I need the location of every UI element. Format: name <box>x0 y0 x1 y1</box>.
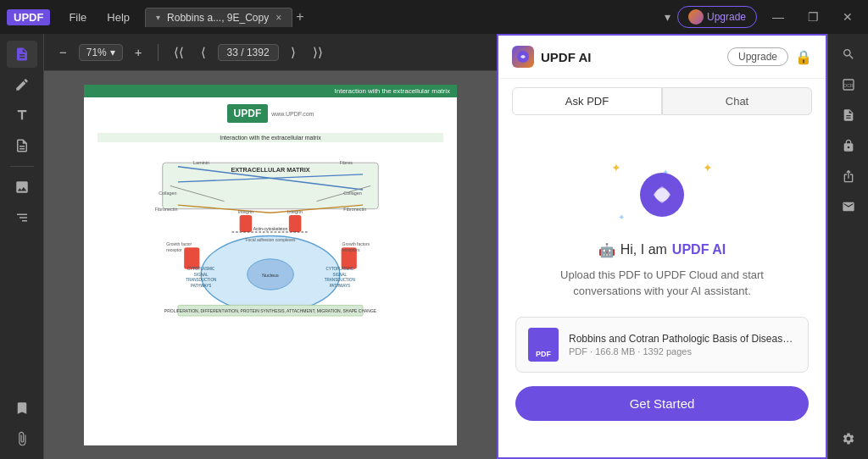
sidebar-icon-document[interactable] <box>7 41 37 68</box>
sidebar-divider-1 <box>10 166 34 167</box>
ai-tabs: Ask PDF Chat <box>498 79 826 124</box>
right-sidebar-lock[interactable] <box>833 132 864 159</box>
ai-header-left: UPDF AI <box>512 46 591 68</box>
nav-next-button[interactable]: ⟩ <box>286 42 301 63</box>
svg-text:Fibronectin: Fibronectin <box>343 207 366 212</box>
avatar <box>688 9 704 25</box>
ai-header-right: Upgrade 🔒 <box>727 47 812 66</box>
svg-text:CYTOPLASMIC: CYTOPLASMIC <box>326 267 354 271</box>
title-right: ▾ Upgrade — ❐ ✕ <box>665 6 861 28</box>
pdf-chapter-label: Interaction with the extracellular matri… <box>335 87 451 95</box>
sidebar-icon-bookmark[interactable] <box>7 395 37 422</box>
tab-chat[interactable]: Chat <box>662 87 812 115</box>
get-started-button[interactable]: Get Started <box>515 386 809 421</box>
pdf-logo-area: UPDF www.UPDF.com <box>217 97 325 130</box>
tab-close-btn[interactable]: × <box>275 12 281 24</box>
nav-first-button[interactable]: ⟨⟨ <box>169 42 189 63</box>
tab-title: Robbins a..., 9E_Copy <box>167 12 269 24</box>
tab-dropdown-icon[interactable]: ▾ <box>156 13 160 22</box>
svg-rect-21 <box>184 247 199 268</box>
sidebar-icon-edit[interactable] <box>7 71 37 98</box>
pdf-header-bar: Interaction with the extracellular matri… <box>84 85 457 97</box>
svg-text:receptor: receptor <box>166 247 182 252</box>
zoom-value: 71% <box>86 47 107 58</box>
svg-text:TRANSDUCTION: TRANSDUCTION <box>186 278 216 282</box>
svg-text:CYTOPLASMIC: CYTOPLASMIC <box>187 267 215 271</box>
ai-panel: UPDF AI Upgrade 🔒 Ask PDF Chat ✦ ✦ ✦ ✦ <box>497 34 827 459</box>
right-sidebar-mail[interactable] <box>833 193 864 220</box>
pdf-logo: UPDF <box>227 104 269 123</box>
close-button[interactable]: ✕ <box>834 7 861 27</box>
svg-rect-17 <box>240 215 253 232</box>
right-sidebar-document[interactable] <box>833 102 864 129</box>
file-meta: PDF · 166.8 MB · 1392 pages <box>569 346 796 357</box>
minimize-button[interactable]: — <box>764 7 793 27</box>
diagram-title: Interaction with the extracellular matri… <box>97 133 443 142</box>
right-sidebar-search[interactable] <box>833 41 864 68</box>
right-sidebar-ocr[interactable]: OCR <box>833 71 864 98</box>
svg-text:Fibronectin: Fibronectin <box>155 207 178 212</box>
left-sidebar <box>0 34 44 459</box>
page-display[interactable]: 33 / 1392 <box>218 44 279 61</box>
greeting-icon: 🤖 <box>598 242 615 258</box>
sidebar-icon-image[interactable] <box>7 174 37 201</box>
right-sidebar-share[interactable] <box>833 163 864 190</box>
new-tab-button[interactable]: + <box>296 9 303 25</box>
tab-ask-pdf[interactable]: Ask PDF <box>512 87 662 115</box>
zoom-in-button[interactable]: + <box>130 42 147 62</box>
svg-text:TRANSDUCTION: TRANSDUCTION <box>325 278 355 282</box>
ai-logo-big <box>638 171 686 218</box>
svg-text:PATHWAYS: PATHWAYS <box>191 284 211 288</box>
app-logo: UPDF <box>7 9 50 25</box>
svg-text:Collagen: Collagen <box>159 191 176 196</box>
maximize-button[interactable]: ❐ <box>799 7 827 27</box>
sidebar-icon-organize[interactable] <box>7 204 37 231</box>
pdf-logo-url: www.UPDF.com <box>271 111 314 117</box>
svg-rect-18 <box>289 215 302 232</box>
pdf-image: Interaction with the extracellular matri… <box>84 85 457 445</box>
ai-body: ✦ ✦ ✦ ✦ <box>498 124 826 457</box>
pdf-text-area <box>260 392 281 445</box>
svg-text:Fibres: Fibres <box>340 160 353 165</box>
sparkle-icon-2: ✦ <box>703 161 713 174</box>
tab-area: ▾ Robbins a..., 9E_Copy × + <box>145 8 661 27</box>
ai-sparkles-area: ✦ ✦ ✦ ✦ <box>611 161 713 229</box>
upgrade-label: Upgrade <box>707 11 746 23</box>
svg-text:SIGNAL: SIGNAL <box>333 273 348 277</box>
greeting-text: Hi, I am <box>620 242 667 257</box>
svg-text:OCR: OCR <box>843 83 854 88</box>
nav-prev-button[interactable]: ⟨ <box>196 42 211 63</box>
menu-help[interactable]: Help <box>98 8 138 27</box>
svg-text:PATHWAYS: PATHWAYS <box>330 284 350 288</box>
sidebar-icon-pages[interactable] <box>7 132 37 159</box>
svg-text:Growth factor: Growth factor <box>166 241 192 246</box>
pdf-page: Interaction with the extracellular matri… <box>84 85 457 445</box>
svg-text:Growth factors: Growth factors <box>342 241 370 246</box>
diagram-svg: EXTRACELLULAR MATRIX Laminin Fibres Coll… <box>97 147 443 317</box>
right-sidebar: OCR <box>827 34 868 459</box>
pdf-icon-text: PDF <box>536 350 551 358</box>
upgrade-button-title[interactable]: Upgrade <box>677 6 757 28</box>
svg-text:PROLIFERATION, DIFFERENTIATION: PROLIFERATION, DIFFERENTIATION, PROTEIN … <box>164 308 377 313</box>
upgrade-button-ai[interactable]: Upgrade <box>727 47 788 66</box>
svg-text:Collagen: Collagen <box>343 191 361 196</box>
sidebar-icon-attach[interactable] <box>7 425 37 452</box>
nav-last-button[interactable]: ⟩⟩ <box>308 42 328 63</box>
svg-text:receptors: receptors <box>342 247 360 252</box>
svg-text:Nucleus: Nucleus <box>262 273 279 278</box>
zoom-display[interactable]: 71% ▾ <box>79 44 123 61</box>
ai-header: UPDF AI Upgrade 🔒 <box>498 36 826 79</box>
active-tab[interactable]: ▾ Robbins a..., 9E_Copy × <box>145 8 292 27</box>
svg-text:EXTRACELLULAR MATRIX: EXTRACELLULAR MATRIX <box>231 166 309 174</box>
svg-text:Focal adhesion complexes: Focal adhesion complexes <box>245 237 296 242</box>
sidebar-icon-text[interactable] <box>7 102 37 129</box>
right-sidebar-settings[interactable] <box>833 425 864 452</box>
title-dropdown-icon[interactable]: ▾ <box>665 10 670 24</box>
pdf-diagram-area: Interaction with the extracellular matri… <box>84 130 457 392</box>
greeting-brand: UPDF AI <box>672 242 726 257</box>
file-info: Robbins and Cotran Pathologic Basis of D… <box>569 333 796 357</box>
zoom-out-button[interactable]: − <box>54 42 72 62</box>
svg-text:Laminin: Laminin <box>193 160 209 165</box>
ai-logo-icon <box>512 46 534 68</box>
menu-file[interactable]: File <box>60 8 95 27</box>
